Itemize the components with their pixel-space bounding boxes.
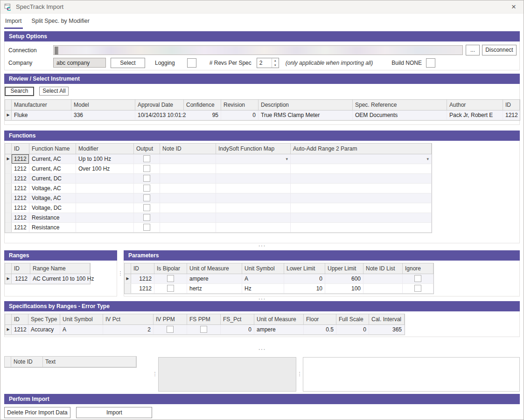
- column-header[interactable]: Manufacturer: [12, 100, 71, 110]
- row-selector[interactable]: [125, 284, 131, 293]
- tab-import[interactable]: Import: [4, 14, 27, 29]
- grid-cell[interactable]: 10: [284, 284, 325, 293]
- grid-cell[interactable]: Pack Jr, Robert E: [447, 110, 503, 120]
- selector-header[interactable]: [5, 314, 12, 324]
- column-header[interactable]: Cal. Interval: [369, 314, 405, 324]
- tab-split-spec[interactable]: Split Spec. by Modifier: [30, 14, 94, 29]
- stepper-down-icon[interactable]: ▾: [272, 63, 279, 68]
- grid-cell[interactable]: 10/14/2013 10:01:2: [135, 110, 184, 120]
- table-row[interactable]: 1212Voltage, AC: [5, 184, 432, 193]
- table-row[interactable]: 1212Current, DC: [5, 174, 432, 184]
- column-header[interactable]: Unit Symbol: [242, 263, 284, 274]
- column-header[interactable]: Model: [71, 100, 135, 110]
- grid-cell[interactable]: [216, 184, 291, 193]
- grid-cell[interactable]: 0: [284, 274, 325, 283]
- grid-cell[interactable]: [160, 213, 216, 222]
- table-row[interactable]: 1212hertzHz10100: [125, 284, 433, 294]
- horizontal-splitter[interactable]: ···: [4, 243, 520, 250]
- grid-cell[interactable]: [216, 164, 291, 173]
- grid-cell[interactable]: [160, 174, 216, 183]
- column-header[interactable]: Note ID List: [363, 263, 403, 274]
- browse-button[interactable]: ...: [466, 45, 480, 55]
- grid-cell[interactable]: 1212: [131, 274, 154, 283]
- vertical-splitter[interactable]: ⋮: [152, 356, 158, 392]
- grid-cell[interactable]: [291, 213, 432, 222]
- grid-cell[interactable]: [134, 184, 160, 193]
- column-header[interactable]: Range Name: [30, 263, 90, 274]
- row-selector[interactable]: [5, 193, 12, 203]
- dropdown-arrow-icon[interactable]: ▾: [286, 154, 288, 164]
- checkbox[interactable]: [143, 214, 150, 221]
- checkbox[interactable]: [143, 175, 150, 182]
- table-row[interactable]: 1212Current, ACOver 100 Hz: [5, 164, 432, 174]
- dropdown-arrow-icon[interactable]: ▾: [426, 154, 429, 164]
- column-header[interactable]: Modifier: [76, 144, 134, 154]
- column-header[interactable]: Floor: [304, 314, 336, 324]
- grid-cell[interactable]: [291, 193, 432, 203]
- checkbox[interactable]: [143, 204, 150, 211]
- grid-cell[interactable]: 0: [221, 110, 259, 120]
- checkbox[interactable]: [143, 194, 150, 201]
- column-header[interactable]: Confidence: [184, 100, 221, 110]
- grid-cell[interactable]: ampere: [254, 325, 304, 334]
- grid-cell[interactable]: Up to 100 Hz: [76, 154, 134, 164]
- grid-cell[interactable]: [76, 223, 134, 232]
- functions-table[interactable]: IDFunction NameModifierOutputNote IDIndy…: [5, 143, 432, 233]
- checkbox[interactable]: [167, 275, 174, 282]
- column-header[interactable]: ID: [12, 263, 30, 274]
- grid-cell[interactable]: 1212: [12, 184, 29, 193]
- column-header[interactable]: ID: [12, 314, 28, 324]
- grid-cell[interactable]: 365: [369, 325, 405, 334]
- table-row[interactable]: 1212Resistance: [5, 213, 432, 223]
- grid-cell[interactable]: [216, 213, 291, 222]
- grid-cell[interactable]: [403, 274, 433, 283]
- grid-cell[interactable]: [160, 193, 216, 203]
- vertical-splitter[interactable]: ⋮: [296, 356, 303, 392]
- specifications-table[interactable]: IDSpec TypeUnit SymbolIV PctIV PPMFS PPM…: [5, 314, 405, 335]
- grid-cell[interactable]: [160, 164, 216, 173]
- grid-cell[interactable]: [216, 203, 291, 213]
- grid-cell[interactable]: [76, 184, 134, 193]
- grid-cell[interactable]: ▾: [291, 154, 432, 164]
- grid-cell[interactable]: Current, DC: [29, 174, 76, 183]
- horizontal-splitter[interactable]: ···: [4, 337, 520, 356]
- column-header[interactable]: Unit of Measure: [254, 314, 304, 324]
- table-row[interactable]: ▶Fluke33610/14/2013 10:01:2950True RMS C…: [5, 110, 520, 120]
- column-header[interactable]: IV PPM: [154, 314, 187, 324]
- table-row[interactable]: 1212Resistance: [5, 223, 432, 233]
- import-button[interactable]: Import: [76, 407, 152, 418]
- column-header[interactable]: Note ID: [160, 144, 216, 154]
- grid-cell[interactable]: 0: [336, 325, 369, 334]
- instruments-table[interactable]: ManufacturerModelApproval DateConfidence…: [5, 99, 520, 121]
- checkbox[interactable]: [143, 224, 150, 231]
- grid-cell[interactable]: 1212: [12, 174, 29, 183]
- grid-cell[interactable]: 1212: [12, 193, 29, 203]
- grid-cell[interactable]: [154, 274, 187, 283]
- grid-cell[interactable]: OEM Documents: [353, 110, 447, 120]
- grid-cell[interactable]: 1212: [12, 164, 29, 173]
- grid-cell[interactable]: hertz: [187, 284, 242, 293]
- grid-cell[interactable]: [363, 284, 403, 293]
- column-header[interactable]: IndySoft Function Map: [216, 144, 291, 154]
- grid-cell[interactable]: True RMS Clamp Meter: [259, 110, 353, 120]
- column-header[interactable]: Description: [259, 100, 353, 110]
- close-button[interactable]: ×: [507, 1, 521, 13]
- grid-cell[interactable]: A: [60, 325, 103, 334]
- grid-cell[interactable]: AC Current 10 to 100 Hz: [30, 274, 90, 283]
- grid-cell[interactable]: ▾: [216, 154, 291, 164]
- grid-cell[interactable]: [76, 203, 134, 213]
- notes-table[interactable]: Note IDText: [4, 356, 137, 368]
- grid-cell[interactable]: [216, 174, 291, 183]
- grid-cell[interactable]: 100: [325, 284, 363, 293]
- horizontal-splitter[interactable]: ···: [4, 296, 520, 301]
- column-header[interactable]: Text: [43, 357, 136, 367]
- row-selector[interactable]: [5, 164, 12, 173]
- select-company-button[interactable]: Select: [111, 58, 145, 68]
- column-header[interactable]: Note ID: [11, 357, 43, 367]
- grid-cell[interactable]: [76, 193, 134, 203]
- delete-prior-import-button[interactable]: Delete Prior Import Data: [4, 407, 70, 418]
- grid-cell[interactable]: 1212: [12, 223, 29, 232]
- checkbox[interactable]: [414, 275, 421, 282]
- grid-cell[interactable]: [134, 164, 160, 173]
- stepper-up-icon[interactable]: ▴: [272, 58, 279, 63]
